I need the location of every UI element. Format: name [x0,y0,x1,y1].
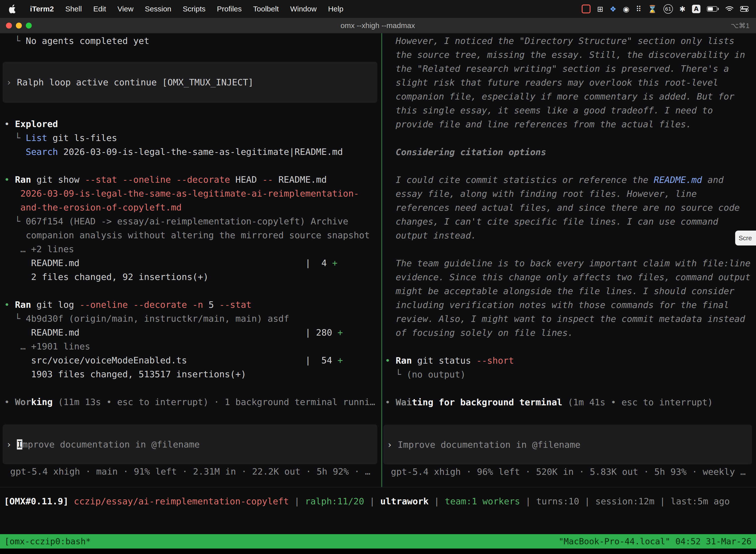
text-segment: review. Also, I might want to inspect th… [385,314,745,324]
terminal-line: README.md | 280 + [4,326,381,340]
terminal-line: companion file, especially if more comme… [385,90,756,104]
apple-menu-icon[interactable] [9,4,17,14]
window-manager-icon[interactable]: ⊞ [597,5,603,13]
blue-app-icon[interactable]: ❖ [610,5,616,13]
prompt-input[interactable]: › Improve documentation in @filename [3,425,377,464]
dark-app-icon[interactable]: ◉ [623,5,629,13]
text-segment: + [332,258,337,268]
menu-item-iterm2[interactable]: iTerm2 [24,0,60,18]
text-segment: › [387,440,397,450]
ralph-loop-banner: › Ralph loop active continue [OMX_TMUX_I… [3,62,377,103]
terminal-line: └ 067f154 (HEAD -> essay/ai-reimplementa… [4,214,381,228]
text-segment: | [520,496,536,506]
menu-item-view[interactable]: View [112,0,139,18]
text-segment: changes, I can't cite specific file line… [385,216,718,227]
text-segment: › [6,77,17,88]
menu-item-toolbelt[interactable]: Toolbelt [248,0,285,18]
text-segment: I [17,439,22,449]
text-segment: companion file, especially if more comme… [385,91,735,102]
terminal-line: └ List git ls-files [4,131,381,145]
terminal-line: references need actual files, and since … [385,201,756,215]
menu-item-scripts[interactable]: Scripts [177,0,211,18]
text-segment: 067f154 (HEAD -> essay/ai-reimplementati… [26,216,348,226]
text-segment: | [289,496,305,506]
terminal-line: … +2 lines [4,242,381,256]
text-segment [4,147,26,157]
model-status-line: gpt-5.4 xhigh · 96% left · 520K in · 5.8… [385,465,756,479]
terminal-pane-right[interactable]: However, I noticed the "Directory Struct… [382,33,756,487]
text-segment: 2 files changed, 92 insertions(+) [4,272,208,282]
terminal-line: › Ralph loop active continue [OMX_TMUX_I… [6,77,253,88]
terminal-line: └ No agents completed yet [4,34,381,48]
terminal-line: • Ran git log --oneline --decorate -n 5 … [4,298,381,312]
menu-item-help[interactable]: Help [322,0,349,18]
text-segment: Ran [15,299,31,310]
terminal-line: 2026-03-09-is-legal-the-same-as-legitima… [4,187,381,201]
omx-status-line: [OMX#0.11.9] cczip/essay/ai-reimplementa… [4,494,756,508]
terminal-line [4,159,381,173]
terminal-line: 2 files changed, 92 insertions(+) [4,270,381,284]
battery-percent-badge[interactable]: 61 [664,4,673,14]
text-segment: … +2 lines [4,244,74,254]
text-segment: … +1901 lines [4,341,90,351]
assistant-icon[interactable]: ✱ [679,5,686,13]
terminal-line: › Improve documentation in @filename [387,440,580,450]
text-segment [4,202,20,213]
menu-item-window[interactable]: Window [285,0,322,18]
macos-menu-bar: iTerm2ShellEditViewSessionScriptsProfile… [0,0,756,18]
terminal-line: including verification notes with those … [385,298,756,312]
text-segment: slight risk that future readers may over… [385,77,718,88]
terminal-line: • Working (11m 13s • esc to interrupt) ·… [4,395,381,409]
wifi-icon[interactable] [725,6,734,12]
text-segment: -- [262,174,273,185]
screen-overlay-button[interactable]: Scre [735,231,756,245]
text-segment: src/voice/voiceModeEnabled.ts | 54 [4,355,337,365]
terminal-line: review. Also, I might want to inspect th… [385,312,756,326]
text-segment: of focusing solely on file lines. [385,328,573,338]
text-segment: 2026-03-09-is-legal-the-same-as-legitima… [58,147,343,157]
traffic-lights [0,22,61,29]
terminal-line: provide file and line references from th… [385,117,756,131]
text-segment: this single essay, it seems like a good … [385,105,713,115]
menu-item-session[interactable]: Session [139,0,177,18]
terminal-line: this single essay, it seems like a good … [385,104,756,117]
prompt-input[interactable]: › Improve documentation in @filename [383,425,752,464]
terminal-pane-left[interactable]: └ No agents completed yet› Ralph loop ac… [0,33,381,487]
hourglass-icon[interactable]: ⌛ [648,5,657,13]
input-source-icon[interactable]: A [692,5,700,13]
text-segment: › [6,439,17,449]
menu-item-edit[interactable]: Edit [87,0,112,18]
terminal-line: The team guideline is to back every impo… [385,257,756,270]
minimize-button[interactable] [16,22,22,29]
text-segment: I could cite commit statistics or refere… [385,175,654,185]
terminal-line [385,159,756,173]
text-segment: 1903 files changed, 513517 insertions(+) [4,369,246,379]
screen-recording-icon[interactable] [582,4,590,13]
text-segment: including verification notes with those … [385,300,729,310]
terminal-line: output instead. [385,229,756,242]
menu-item-profiles[interactable]: Profiles [211,0,247,18]
keyboard-grid-icon[interactable]: ⠿ [636,5,641,13]
omx-branch: cczip/essay/ai-reimplementation-copyleft [74,496,289,506]
zoom-button[interactable] [26,22,32,29]
text-segment: git status [412,355,476,366]
battery-icon[interactable] [707,6,719,12]
text-segment: List [26,133,47,143]
text-segment: gpt-5.4 xhigh · 96% left · 520K in · 5.8… [391,466,746,477]
terminal-line: Search 2026-03-09-is-legal-the-same-as-l… [4,145,381,159]
omx-version: [OMX#0.11.9] [4,496,74,506]
text-segment: The team guideline is to back every impo… [385,258,751,268]
text-segment: (no output) [406,369,465,380]
terminal-line: the "Related research writing" section i… [385,62,756,76]
text-segment: king [31,397,53,407]
terminal-line: Considering citation options [385,145,756,159]
text-segment: --short [476,355,514,366]
omx-ralph-counter: ralph:11/20 [305,496,364,506]
menu-status-icons: ⊞❖◉⠿⌛61✱A [582,4,756,14]
text-segment: └ [4,314,26,324]
close-button[interactable] [6,22,12,29]
tmux-host-clock: "MacBook-Pro-44.local" 04:52 31-Mar-26 [559,536,752,546]
control-center-icon[interactable] [740,6,749,12]
text-segment: the "Related research writing" section i… [385,63,729,74]
menu-item-shell[interactable]: Shell [60,0,87,18]
